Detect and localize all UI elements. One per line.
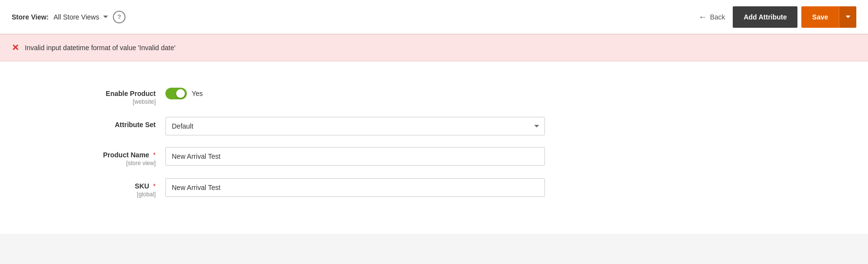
product-name-label-col: Product Name * [store view]	[10, 147, 165, 167]
chevron-down-icon	[103, 16, 108, 18]
enable-product-field: Yes	[165, 86, 545, 99]
store-view-select[interactable]: All Store Views	[54, 13, 108, 21]
sku-label: SKU	[135, 182, 149, 190]
form-section: Enable Product [website] Yes Attribute S…	[0, 76, 868, 219]
attribute-set-label: Attribute Set	[115, 121, 156, 129]
enable-product-label-col: Enable Product [website]	[10, 86, 165, 105]
toolbar-right: ← Back Add Attribute Save	[698, 6, 856, 28]
sku-input[interactable]	[165, 178, 545, 197]
enable-product-row: Enable Product [website] Yes	[0, 86, 868, 105]
error-message: Invalid input datetime format of value '…	[25, 44, 176, 52]
product-name-field	[165, 147, 545, 166]
attribute-set-select-wrapper: Default	[165, 117, 545, 135]
back-arrow-icon: ←	[698, 13, 707, 21]
error-x-icon: ✕	[12, 42, 19, 53]
product-name-label: Product Name	[103, 151, 149, 159]
add-attribute-button[interactable]: Add Attribute	[733, 6, 797, 28]
save-dropdown-button[interactable]	[839, 6, 856, 28]
save-button[interactable]: Save	[801, 6, 839, 28]
product-name-row: Product Name * [store view]	[0, 147, 868, 167]
sku-label-col: SKU * [global]	[10, 178, 165, 198]
store-view-label: Store View:	[12, 13, 49, 21]
enable-product-toggle[interactable]	[165, 88, 187, 99]
attribute-set-row: Attribute Set Default	[0, 117, 868, 135]
toggle-yes-label: Yes	[192, 90, 203, 97]
sku-sub-label: [global]	[10, 191, 156, 198]
product-name-input[interactable]	[165, 147, 545, 166]
sku-required-star: *	[153, 182, 156, 190]
product-name-required-star: *	[153, 151, 156, 159]
sku-field	[165, 178, 545, 197]
toggle-track	[165, 88, 187, 99]
attribute-set-label-col: Attribute Set	[10, 117, 165, 129]
store-view-value: All Store Views	[54, 13, 99, 21]
main-content: Enable Product [website] Yes Attribute S…	[0, 61, 868, 234]
enable-product-label: Enable Product	[106, 90, 156, 97]
toggle-wrapper: Yes	[165, 86, 545, 99]
toggle-thumb	[176, 89, 185, 98]
toolbar: Store View: All Store Views ? ← Back Add…	[0, 0, 868, 34]
save-button-group: Save	[801, 6, 856, 28]
toolbar-left: Store View: All Store Views ?	[12, 11, 126, 23]
error-bar: ✕ Invalid input datetime format of value…	[0, 34, 868, 61]
attribute-set-field: Default	[165, 117, 545, 135]
help-icon[interactable]: ?	[113, 11, 126, 23]
back-button[interactable]: ← Back	[698, 13, 725, 21]
sku-row: SKU * [global]	[0, 178, 868, 198]
back-label: Back	[710, 13, 725, 21]
attribute-set-select[interactable]: Default	[165, 117, 545, 135]
enable-product-sub-label: [website]	[10, 98, 156, 105]
product-name-sub-label: [store view]	[10, 160, 156, 167]
save-dropdown-chevron-icon	[846, 16, 850, 18]
